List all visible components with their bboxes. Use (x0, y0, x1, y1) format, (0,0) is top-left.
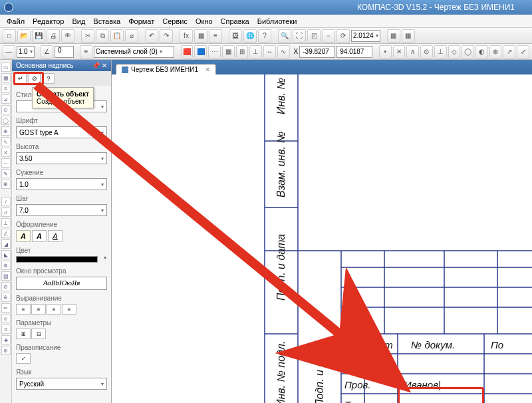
lt-20-icon[interactable]: ▧ (1, 271, 11, 281)
layersel-icon[interactable]: ≡ (80, 45, 92, 59)
lt-27-icon[interactable]: ⊛ (1, 346, 11, 355)
image-icon[interactable]: 🖼 (229, 29, 242, 43)
lt-10-icon[interactable]: ↔ (1, 158, 11, 168)
more-icon[interactable]: ⋯ (208, 45, 221, 59)
menu-help[interactable]: Справка (217, 16, 253, 27)
zoom-win-icon[interactable]: ◰ (307, 29, 321, 43)
spell-button[interactable]: ✓ (16, 353, 31, 364)
undo-icon[interactable]: ↶ (145, 29, 158, 43)
lt-11-icon[interactable]: ✎ (1, 169, 11, 178)
tb2-b-icon[interactable]: ✕ (393, 45, 406, 59)
lt-7-icon[interactable]: ⊕ (1, 126, 11, 136)
layer-select[interactable]: Системный слой (0) (94, 46, 174, 58)
panel-pin-icon[interactable]: 📌 ✕ (92, 62, 107, 69)
refresh-icon[interactable]: ⟳ (336, 29, 350, 43)
menu-libs[interactable]: Библиотеки (253, 16, 301, 27)
lt-5-icon[interactable]: ⊙ (1, 105, 11, 114)
narrow-input[interactable]: 1.0 (16, 178, 107, 190)
globe-icon[interactable]: 🌐 (243, 29, 257, 43)
menu-edit[interactable]: Редактор (29, 16, 68, 27)
align-center-button[interactable]: ≡ (31, 304, 46, 315)
grid-b-icon[interactable]: ▦ (402, 29, 415, 43)
lt-22-icon[interactable]: ※ (1, 293, 11, 302)
menu-file[interactable]: Файл (3, 16, 29, 27)
lt-2-icon[interactable]: ▦ (1, 73, 11, 82)
tb2-j-icon[interactable]: ↗ (503, 45, 515, 59)
zoom-in-icon[interactable]: 🔍 (278, 29, 291, 43)
lt-21-icon[interactable]: ⊘ (1, 282, 11, 291)
angle-input[interactable]: 0 (55, 46, 74, 58)
lt-8-icon[interactable]: ∿ (1, 137, 11, 146)
copy-icon[interactable]: ⧉ (96, 29, 109, 43)
italic-button[interactable]: A (16, 230, 31, 242)
align-right-button[interactable]: ≡ (47, 304, 61, 315)
curve-icon[interactable]: ∿ (277, 45, 290, 59)
stop-icon[interactable]: ⌀ (125, 29, 138, 43)
layers-icon[interactable]: ≡ (209, 29, 222, 43)
lt-6-icon[interactable]: ◯ (1, 116, 11, 125)
help-icon[interactable]: ? (258, 29, 271, 43)
lt-17-icon[interactable]: ◢ (1, 239, 11, 249)
tb2-f-icon[interactable]: ◇ (448, 45, 461, 59)
zoom-minus-icon[interactable]: － (322, 29, 335, 43)
menu-window[interactable]: Окно (192, 16, 217, 27)
lt-1-icon[interactable]: ▭ (1, 63, 11, 72)
tb2-a-icon[interactable]: • (379, 45, 392, 59)
lt-26-icon[interactable]: ◈ (1, 335, 11, 344)
lt-15-icon[interactable]: ⊥ (1, 218, 11, 227)
font-select[interactable]: GOST type A (16, 126, 107, 138)
lt-3-icon[interactable]: ≡ (1, 84, 11, 93)
redo-icon[interactable]: ↷ (160, 29, 173, 43)
tb2-i-icon[interactable]: ⊕ (489, 45, 502, 59)
preview-icon[interactable]: 👁 (61, 29, 74, 43)
lt-16-icon[interactable]: ∠ (1, 229, 11, 238)
param-b-button[interactable]: ⊟ (31, 329, 46, 339)
save-icon[interactable]: 💾 (32, 29, 45, 43)
align-left-button[interactable]: ≡ (16, 304, 31, 315)
menu-format[interactable]: Формат (124, 16, 158, 27)
bold-button[interactable]: A (32, 230, 47, 242)
new-icon[interactable]: □ (3, 29, 16, 43)
tb2-c-icon[interactable]: ∧ (406, 45, 419, 59)
param-a-button[interactable]: ⊞ (16, 329, 31, 339)
step-input[interactable]: 7.0 (16, 204, 107, 216)
scale-select[interactable]: 2.0124 (351, 30, 380, 42)
lt-14-icon[interactable]: // (1, 207, 11, 217)
coord-y-input[interactable] (336, 46, 372, 58)
cut-icon[interactable]: ✂ (81, 29, 94, 43)
tab-close-icon[interactable]: ✕ (205, 66, 210, 73)
snap-icon[interactable]: ⊞ (236, 45, 249, 59)
tb2-g-icon[interactable]: ◯ (462, 45, 474, 59)
lt-9-icon[interactable]: ⤨ (1, 148, 11, 157)
menu-view[interactable]: Вид (68, 16, 89, 27)
color-select[interactable] (16, 256, 98, 263)
lt-23-icon[interactable]: ✂ (1, 303, 11, 313)
coord-x-input[interactable] (299, 46, 335, 58)
lt-18-icon[interactable]: ◣ (1, 250, 11, 259)
color-b-icon[interactable]: 🟦 (194, 45, 207, 59)
menu-insert[interactable]: Вставка (89, 16, 124, 27)
drawing-area[interactable]: Чертеж БЕЗ ИМЕНИ1 ✕ (112, 60, 532, 403)
menu-tools[interactable]: Сервис (158, 16, 192, 27)
grid-icon[interactable]: ▦ (222, 45, 235, 59)
grid-a-icon[interactable]: ▦ (387, 29, 400, 43)
open-icon[interactable]: 📂 (17, 29, 31, 43)
lt-19-icon[interactable]: ⊗ (1, 261, 11, 270)
help-object-button[interactable]: ? (43, 73, 55, 84)
align-just-button[interactable]: ≡ (62, 304, 76, 315)
tb2-d-icon[interactable]: ⊙ (420, 45, 433, 59)
tb2-k-icon[interactable]: ⤢ (517, 45, 529, 59)
document-tab[interactable]: Чертеж БЕЗ ИМЕНИ1 ✕ (116, 64, 216, 74)
lt-25-icon[interactable]: # (1, 325, 11, 334)
lang-select[interactable]: Русский (16, 378, 107, 390)
dim-icon[interactable]: ↔ (263, 45, 276, 59)
lt-12-icon[interactable]: ⊞ (1, 180, 11, 189)
print-icon[interactable]: 🖨 (47, 29, 60, 43)
calc-icon[interactable]: ▦ (194, 29, 207, 43)
lt-24-icon[interactable]: ⎋ (1, 314, 11, 323)
tb2-h-icon[interactable]: ◐ (475, 45, 488, 59)
angle-icon[interactable]: ∠ (41, 45, 53, 59)
height-input[interactable]: 3.50 (16, 152, 107, 164)
lineweight-select[interactable]: 1.0 (17, 46, 35, 58)
linestyle-icon[interactable]: — (3, 45, 15, 59)
